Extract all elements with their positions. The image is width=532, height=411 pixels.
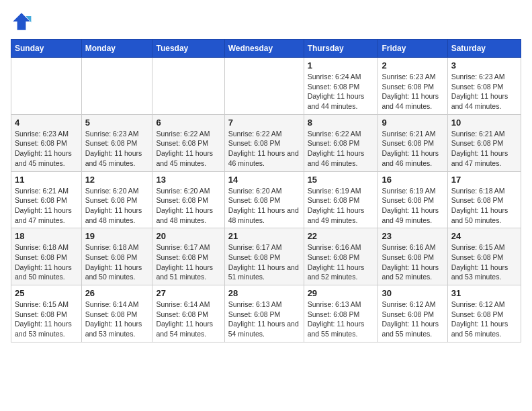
day-number: 3: [451, 60, 517, 71]
calendar-cell: 15Sunrise: 6:19 AM Sunset: 6:08 PM Dayli…: [304, 171, 378, 228]
calendar-cell: 21Sunrise: 6:17 AM Sunset: 6:08 PM Dayli…: [224, 228, 304, 285]
day-info: Sunrise: 6:18 AM Sunset: 6:08 PM Dayligh…: [451, 186, 517, 226]
weekday-header: Wednesday: [224, 40, 304, 58]
logo: [11, 11, 35, 32]
day-info: Sunrise: 6:12 AM Sunset: 6:08 PM Dayligh…: [382, 300, 443, 339]
calendar-cell: 26Sunrise: 6:14 AM Sunset: 6:08 PM Dayli…: [81, 285, 152, 342]
calendar-cell: 11Sunrise: 6:21 AM Sunset: 6:08 PM Dayli…: [11, 171, 82, 228]
day-number: 16: [382, 175, 443, 185]
day-info: Sunrise: 6:17 AM Sunset: 6:08 PM Dayligh…: [228, 242, 300, 282]
day-info: Sunrise: 6:23 AM Sunset: 6:08 PM Dayligh…: [15, 129, 78, 169]
day-info: Sunrise: 6:21 AM Sunset: 6:08 PM Dayligh…: [382, 129, 443, 169]
calendar-header: SundayMondayTuesdayWednesdayThursdayFrid…: [11, 40, 521, 58]
day-info: Sunrise: 6:22 AM Sunset: 6:08 PM Dayligh…: [308, 129, 375, 169]
calendar-cell: 25Sunrise: 6:15 AM Sunset: 6:08 PM Dayli…: [11, 285, 82, 342]
weekday-row: SundayMondayTuesdayWednesdayThursdayFrid…: [11, 40, 521, 58]
day-number: 27: [156, 288, 220, 298]
calendar-cell: 31Sunrise: 6:12 AM Sunset: 6:08 PM Dayli…: [447, 285, 521, 342]
day-number: 2: [382, 60, 443, 71]
day-info: Sunrise: 6:16 AM Sunset: 6:08 PM Dayligh…: [382, 242, 443, 282]
day-number: 8: [308, 118, 375, 128]
day-number: 1: [308, 60, 375, 71]
calendar-cell: 18Sunrise: 6:18 AM Sunset: 6:08 PM Dayli…: [11, 228, 82, 285]
calendar-cell: 17Sunrise: 6:18 AM Sunset: 6:08 PM Dayli…: [447, 171, 521, 228]
day-info: Sunrise: 6:23 AM Sunset: 6:08 PM Dayligh…: [85, 129, 149, 169]
day-info: Sunrise: 6:19 AM Sunset: 6:08 PM Dayligh…: [382, 186, 443, 226]
day-number: 29: [308, 288, 375, 298]
weekday-header: Saturday: [447, 40, 521, 58]
day-info: Sunrise: 6:23 AM Sunset: 6:08 PM Dayligh…: [451, 72, 517, 111]
day-info: Sunrise: 6:14 AM Sunset: 6:08 PM Dayligh…: [156, 300, 220, 339]
day-info: Sunrise: 6:13 AM Sunset: 6:08 PM Dayligh…: [228, 300, 300, 339]
day-info: Sunrise: 6:21 AM Sunset: 6:08 PM Dayligh…: [15, 186, 78, 226]
calendar-cell: 12Sunrise: 6:20 AM Sunset: 6:08 PM Dayli…: [81, 171, 152, 228]
day-info: Sunrise: 6:17 AM Sunset: 6:08 PM Dayligh…: [156, 242, 220, 282]
day-number: 14: [228, 175, 300, 185]
weekday-header: Thursday: [304, 40, 378, 58]
day-number: 18: [15, 231, 78, 241]
calendar-cell: 6Sunrise: 6:22 AM Sunset: 6:08 PM Daylig…: [152, 114, 224, 171]
day-number: 30: [382, 288, 443, 298]
day-number: 25: [15, 288, 78, 298]
weekday-header: Friday: [378, 40, 447, 58]
calendar-cell: [11, 58, 82, 115]
day-number: 20: [156, 231, 220, 241]
day-info: Sunrise: 6:16 AM Sunset: 6:08 PM Dayligh…: [308, 242, 375, 282]
week-row: 18Sunrise: 6:18 AM Sunset: 6:08 PM Dayli…: [11, 228, 521, 285]
day-info: Sunrise: 6:20 AM Sunset: 6:08 PM Dayligh…: [228, 186, 300, 226]
calendar-cell: 7Sunrise: 6:22 AM Sunset: 6:08 PM Daylig…: [224, 114, 304, 171]
logo-icon: [11, 11, 32, 32]
day-number: 21: [228, 231, 300, 241]
calendar-cell: 2Sunrise: 6:23 AM Sunset: 6:08 PM Daylig…: [378, 58, 447, 115]
calendar-cell: 27Sunrise: 6:14 AM Sunset: 6:08 PM Dayli…: [152, 285, 224, 342]
day-info: Sunrise: 6:18 AM Sunset: 6:08 PM Dayligh…: [15, 242, 78, 282]
day-number: 9: [382, 118, 443, 128]
day-number: 10: [451, 118, 517, 128]
svg-marker-0: [13, 13, 30, 30]
day-info: Sunrise: 6:22 AM Sunset: 6:08 PM Dayligh…: [228, 129, 300, 169]
calendar-cell: 16Sunrise: 6:19 AM Sunset: 6:08 PM Dayli…: [378, 171, 447, 228]
calendar-cell: [152, 58, 224, 115]
day-number: 13: [156, 175, 220, 185]
day-number: 19: [85, 231, 149, 241]
week-row: 4Sunrise: 6:23 AM Sunset: 6:08 PM Daylig…: [11, 114, 521, 171]
calendar-cell: [224, 58, 304, 115]
calendar-cell: 24Sunrise: 6:15 AM Sunset: 6:08 PM Dayli…: [447, 228, 521, 285]
day-number: 31: [451, 288, 517, 298]
weekday-header: Sunday: [11, 40, 82, 58]
day-number: 17: [451, 175, 517, 185]
day-number: 7: [228, 118, 300, 128]
day-number: 11: [15, 175, 78, 185]
day-info: Sunrise: 6:20 AM Sunset: 6:08 PM Dayligh…: [85, 186, 149, 226]
day-number: 23: [382, 231, 443, 241]
day-number: 12: [85, 175, 149, 185]
day-info: Sunrise: 6:20 AM Sunset: 6:08 PM Dayligh…: [156, 186, 220, 226]
week-row: 25Sunrise: 6:15 AM Sunset: 6:08 PM Dayli…: [11, 285, 521, 342]
day-number: 22: [308, 231, 375, 241]
calendar-cell: 20Sunrise: 6:17 AM Sunset: 6:08 PM Dayli…: [152, 228, 224, 285]
calendar-cell: 14Sunrise: 6:20 AM Sunset: 6:08 PM Dayli…: [224, 171, 304, 228]
day-number: 26: [85, 288, 149, 298]
calendar-cell: 13Sunrise: 6:20 AM Sunset: 6:08 PM Dayli…: [152, 171, 224, 228]
weekday-header: Tuesday: [152, 40, 224, 58]
calendar-cell: [81, 58, 152, 115]
day-number: 4: [15, 118, 78, 128]
calendar-cell: 5Sunrise: 6:23 AM Sunset: 6:08 PM Daylig…: [81, 114, 152, 171]
calendar-cell: 29Sunrise: 6:13 AM Sunset: 6:08 PM Dayli…: [304, 285, 378, 342]
calendar-table: SundayMondayTuesdayWednesdayThursdayFrid…: [11, 39, 521, 342]
day-info: Sunrise: 6:13 AM Sunset: 6:08 PM Dayligh…: [308, 300, 375, 339]
calendar-cell: 10Sunrise: 6:21 AM Sunset: 6:08 PM Dayli…: [447, 114, 521, 171]
day-info: Sunrise: 6:15 AM Sunset: 6:08 PM Dayligh…: [15, 300, 78, 339]
day-info: Sunrise: 6:12 AM Sunset: 6:08 PM Dayligh…: [451, 300, 517, 339]
weekday-header: Monday: [81, 40, 152, 58]
day-info: Sunrise: 6:21 AM Sunset: 6:08 PM Dayligh…: [451, 129, 517, 169]
calendar-cell: 30Sunrise: 6:12 AM Sunset: 6:08 PM Dayli…: [378, 285, 447, 342]
calendar-cell: 19Sunrise: 6:18 AM Sunset: 6:08 PM Dayli…: [81, 228, 152, 285]
day-info: Sunrise: 6:15 AM Sunset: 6:08 PM Dayligh…: [451, 242, 517, 282]
calendar-cell: 4Sunrise: 6:23 AM Sunset: 6:08 PM Daylig…: [11, 114, 82, 171]
calendar-cell: 1Sunrise: 6:24 AM Sunset: 6:08 PM Daylig…: [304, 58, 378, 115]
calendar-cell: 23Sunrise: 6:16 AM Sunset: 6:08 PM Dayli…: [378, 228, 447, 285]
week-row: 11Sunrise: 6:21 AM Sunset: 6:08 PM Dayli…: [11, 171, 521, 228]
page-header: [11, 11, 521, 32]
day-number: 24: [451, 231, 517, 241]
